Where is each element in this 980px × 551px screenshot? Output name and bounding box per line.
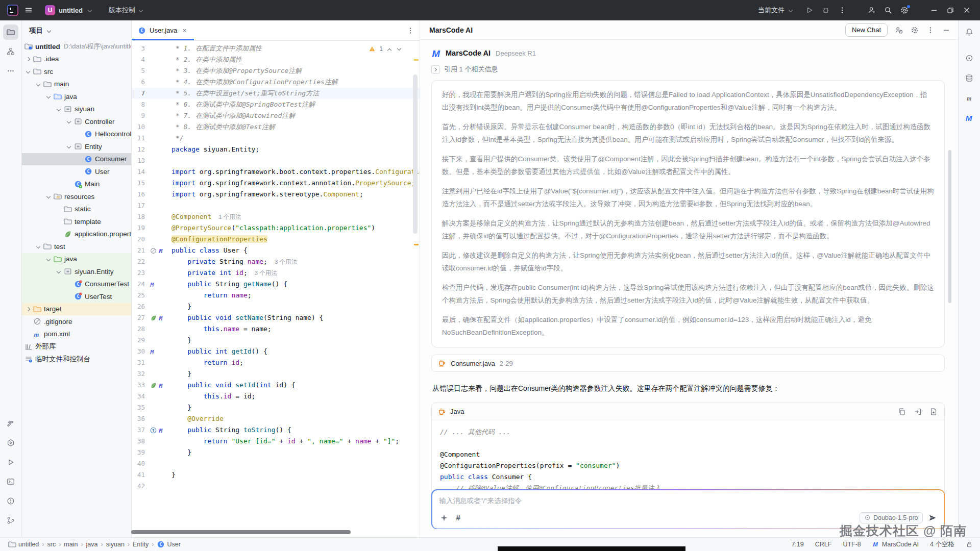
problems-tool-button[interactable] xyxy=(3,493,18,509)
bell-tool-button[interactable] xyxy=(962,24,977,40)
editor-line-19[interactable]: 19@PropertySource("classpath:application… xyxy=(132,222,420,234)
status-UTF-8[interactable]: UTF-8 xyxy=(843,541,861,548)
tree-item-.idea[interactable]: .idea xyxy=(22,53,131,66)
editor-line-28[interactable]: 28 this.name = name; xyxy=(132,323,420,335)
editor-line-7[interactable]: 7 * 5. 在类中设置get/set;重写toString方法 xyxy=(132,88,420,99)
breadcrumb-User[interactable]: CUser xyxy=(157,540,180,548)
tree-item-test[interactable]: test xyxy=(22,240,131,253)
m-plugin-tool-button[interactable]: m xyxy=(962,90,977,106)
chat-input[interactable] xyxy=(439,497,937,505)
reference-toggle[interactable]: 引用 1 个相关信息 xyxy=(431,65,945,74)
editor-line-12[interactable]: 12package siyuan.Entity; xyxy=(132,144,420,155)
status-CRLF[interactable]: CRLF xyxy=(815,541,832,548)
chevron-down-icon[interactable] xyxy=(34,242,43,251)
minimize-button[interactable] xyxy=(926,3,942,17)
create-file-icon[interactable] xyxy=(929,407,938,416)
status-4 个空格[interactable]: 4 个空格 xyxy=(930,540,954,549)
tree-item-java[interactable]: java xyxy=(22,90,131,103)
status-7:19[interactable]: 7:19 xyxy=(791,541,803,548)
chevron-down-icon[interactable] xyxy=(44,92,53,101)
tree-item-siyuan.Entity[interactable]: siyuan.Entity xyxy=(22,265,131,278)
editor-line-42[interactable]: 42 xyxy=(132,481,420,492)
tree-item-main[interactable]: main xyxy=(22,78,131,91)
status-MarsCode AI[interactable]: MMarsCode AI xyxy=(872,541,919,548)
editor-line-34[interactable]: 34 this.id = id; xyxy=(132,391,420,402)
branch-tool-button[interactable] xyxy=(3,513,18,528)
editor-line-36[interactable]: 36 @Override xyxy=(132,413,420,424)
terminal-tool-button[interactable] xyxy=(3,474,18,489)
tree-item-.gitignore[interactable]: .gitignore xyxy=(22,315,131,328)
tree-item-untitled[interactable]: untitledD:\data\程序\java\untitled xyxy=(22,40,131,53)
breadcrumb-src[interactable]: src xyxy=(47,541,56,548)
send-icon[interactable] xyxy=(928,513,937,522)
chevron-down-icon[interactable] xyxy=(55,105,63,113)
close-button[interactable] xyxy=(959,3,975,17)
breadcrumb-Entity[interactable]: Entity xyxy=(133,541,149,548)
chevron-down-icon[interactable] xyxy=(24,67,33,76)
chat-more-icon[interactable] xyxy=(926,26,935,35)
breadcrumb-untitled[interactable]: untitled xyxy=(8,540,39,548)
project-panel-header[interactable]: 项目 xyxy=(22,20,131,38)
editor-line-14[interactable]: 14import org.springframework.boot.contex… xyxy=(132,166,420,178)
tree-item-siyuan[interactable]: siyuan xyxy=(22,103,131,116)
chevron-down-icon[interactable] xyxy=(34,80,43,88)
editor-scrollbar[interactable] xyxy=(413,74,418,234)
run-button[interactable] xyxy=(801,3,818,17)
tree-item-static[interactable]: static xyxy=(22,203,131,216)
editor-line-35[interactable]: 35 } xyxy=(132,402,420,413)
restore-button[interactable] xyxy=(942,3,959,17)
next-warning-icon[interactable] xyxy=(396,46,402,52)
editor-line-40[interactable]: 40 xyxy=(132,458,420,469)
editor-options-icon[interactable] xyxy=(406,27,414,35)
insert-code-icon[interactable] xyxy=(913,407,922,416)
editor-line-10[interactable]: 10 * 8. 在测试类中添加@Test注解 xyxy=(132,121,420,133)
tree-item-外部库[interactable]: 外部库 xyxy=(22,340,131,353)
editor-line-30[interactable]: 30M public int getId() { xyxy=(132,346,420,357)
chat-scrollbar[interactable] xyxy=(948,150,951,303)
chevron-down-icon[interactable] xyxy=(65,117,74,126)
tree-item-UserTest[interactable]: CUserTest xyxy=(22,290,131,303)
breadcrumb-siyuan[interactable]: siyuan xyxy=(106,541,125,548)
breadcrumb-java[interactable]: java xyxy=(86,541,98,548)
editor-line-37[interactable]: 37M public String toString() { xyxy=(132,424,420,436)
breadcrumb-main[interactable]: main xyxy=(64,541,78,548)
editor-line-32[interactable]: 32 } xyxy=(132,368,420,380)
chevron-down-icon[interactable] xyxy=(65,142,74,151)
chevron-down-icon[interactable] xyxy=(55,267,63,276)
editor-line-4[interactable]: 4 * 2. 在类中添加属性 xyxy=(132,54,420,65)
tree-item-Hellocontroller[interactable]: CHellocontroller xyxy=(22,128,131,141)
tree-item-Entity[interactable]: Entity xyxy=(22,140,131,153)
tree-item-application.properties[interactable]: application.properties xyxy=(22,228,131,241)
tree-item-User[interactable]: CUser xyxy=(22,165,131,178)
tree-item-Controller[interactable]: Controller xyxy=(22,115,131,128)
tree-item-Main[interactable]: CMain xyxy=(22,178,131,191)
editor-line-26[interactable]: 26 } xyxy=(132,301,420,312)
editor-body[interactable]: 3 * 1. 在配置文件中添加属性4 * 2. 在类中添加属性5 * 3. 在类… xyxy=(132,41,420,537)
editor-line-21[interactable]: 21Mpublic class User { xyxy=(132,245,420,256)
copy-code-icon[interactable] xyxy=(897,407,906,416)
editor-line-18[interactable]: 18@Component1 个用法 xyxy=(132,211,420,222)
hide-panel-icon[interactable] xyxy=(942,26,951,35)
more-tool-button[interactable] xyxy=(3,63,18,79)
editor-line-29[interactable]: 29 } xyxy=(132,335,420,346)
target-tool-button[interactable] xyxy=(962,51,977,66)
editor-horizontal-scrollbar[interactable] xyxy=(131,530,351,534)
tab-user-java[interactable]: C User.java × xyxy=(132,20,194,40)
tree-item-临时文件和控制台[interactable]: 临时文件和控制台 xyxy=(22,353,131,366)
tree-item-template[interactable]: template xyxy=(22,215,131,228)
editor-line-5[interactable]: 5 * 3. 在类中添加@PropertySource注解 xyxy=(132,65,420,77)
warning-marker[interactable] xyxy=(414,244,419,245)
project-folder-tool-button[interactable] xyxy=(3,24,18,40)
editor-line-11[interactable]: 11 */ xyxy=(132,133,420,144)
tree-item-resources[interactable]: resources xyxy=(22,190,131,203)
code-with-me-button[interactable] xyxy=(864,3,880,17)
file-reference-chip[interactable]: Consumer.java 2-29 xyxy=(431,355,945,372)
model-selector[interactable]: Doubao-1.5-pro xyxy=(860,512,923,523)
tab-close-icon[interactable]: × xyxy=(181,27,188,34)
editor-line-16[interactable]: 16import org.springframework.stereotype.… xyxy=(132,189,420,200)
chevron-right-icon[interactable] xyxy=(24,305,33,313)
editor-line-23[interactable]: 23 private int id;3 个用法 xyxy=(132,267,420,279)
vcs-widget[interactable]: 版本控制 xyxy=(106,4,148,17)
context-hash-icon[interactable]: # xyxy=(456,513,460,522)
chat-history-icon[interactable] xyxy=(894,26,903,35)
